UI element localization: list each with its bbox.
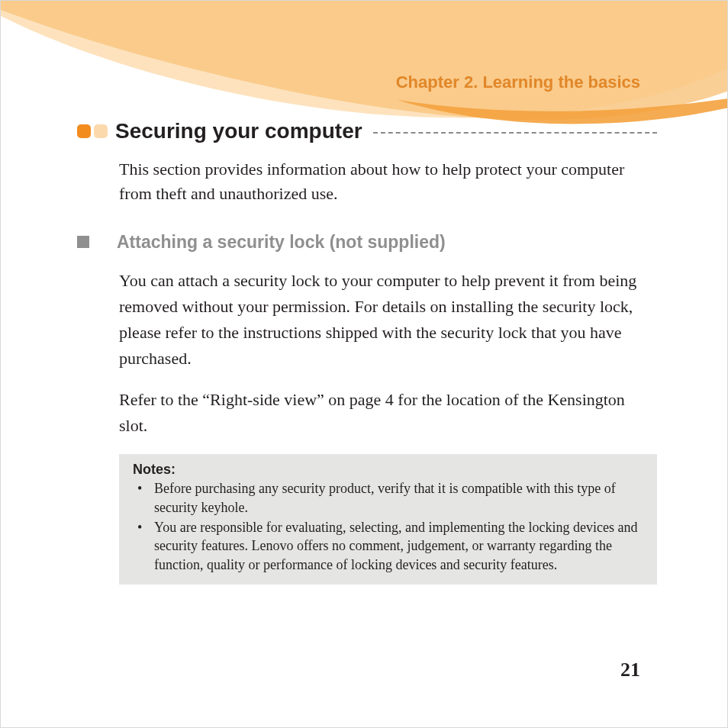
- body-paragraph: Refer to the “Right-side view” on page 4…: [119, 387, 657, 439]
- notes-list: Before purchasing any security product, …: [133, 479, 646, 573]
- notes-item: You are responsible for evaluating, sele…: [133, 518, 646, 574]
- subsection-title: Attaching a security lock (not supplied): [117, 232, 446, 253]
- page-number: 21: [620, 659, 640, 681]
- section-intro: This section provides information about …: [119, 157, 657, 206]
- notes-item: Before purchasing any security product, …: [133, 479, 646, 517]
- section-heading-row: Securing your computer: [77, 119, 657, 143]
- section-bullet-icon: [77, 124, 108, 138]
- manual-page: Chapter 2. Learning the basics Securing …: [0, 0, 728, 728]
- body-paragraph: You can attach a security lock to your c…: [119, 268, 657, 372]
- page-content: Securing your computer This section prov…: [77, 119, 657, 585]
- subsection-heading-row: Attaching a security lock (not supplied): [77, 232, 657, 253]
- section-title: Securing your computer: [115, 119, 362, 143]
- subsection-bullet-icon: [77, 236, 89, 248]
- section-rule-icon: [373, 132, 657, 134]
- notes-box: Notes: Before purchasing any security pr…: [119, 454, 657, 584]
- chapter-header: Chapter 2. Learning the basics: [396, 72, 640, 92]
- notes-title: Notes:: [133, 462, 646, 478]
